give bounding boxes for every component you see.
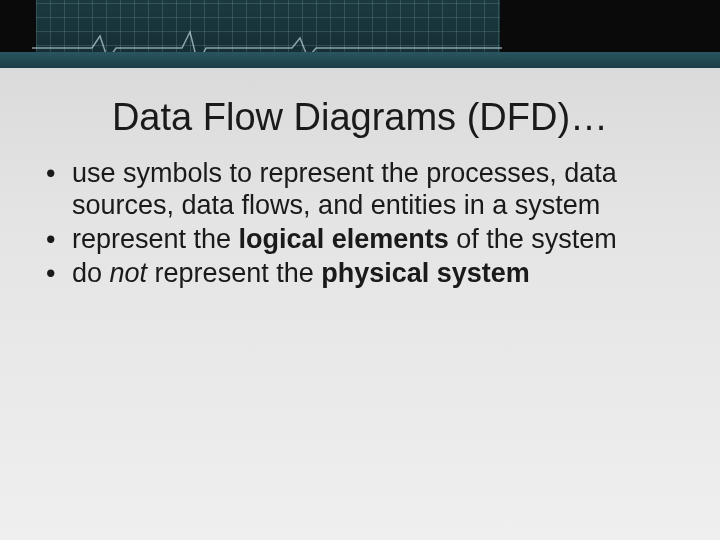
bullet-text-segment: of the system [449, 224, 617, 254]
banner-stripe [0, 52, 720, 68]
bullet-item: represent the logical elements of the sy… [42, 224, 672, 256]
bullet-list: use symbols to represent the processes, … [42, 158, 672, 289]
banner [0, 0, 720, 68]
bullet-text-segment: do [72, 258, 110, 288]
bullet-text-segment: represent the [72, 224, 239, 254]
bullet-text-segment: represent the [147, 258, 321, 288]
slide: Data Flow Diagrams (DFD)… use symbols to… [0, 0, 720, 540]
bullet-text-segment: not [110, 258, 148, 288]
slide-body: use symbols to represent the processes, … [42, 158, 672, 291]
slide-title: Data Flow Diagrams (DFD)… [0, 96, 720, 139]
bullet-text-segment: use symbols to represent the processes, … [72, 158, 617, 220]
bullet-text-segment: logical elements [239, 224, 449, 254]
bullet-text-segment: physical system [321, 258, 530, 288]
bullet-item: do not represent the physical system [42, 258, 672, 290]
bullet-item: use symbols to represent the processes, … [42, 158, 672, 222]
